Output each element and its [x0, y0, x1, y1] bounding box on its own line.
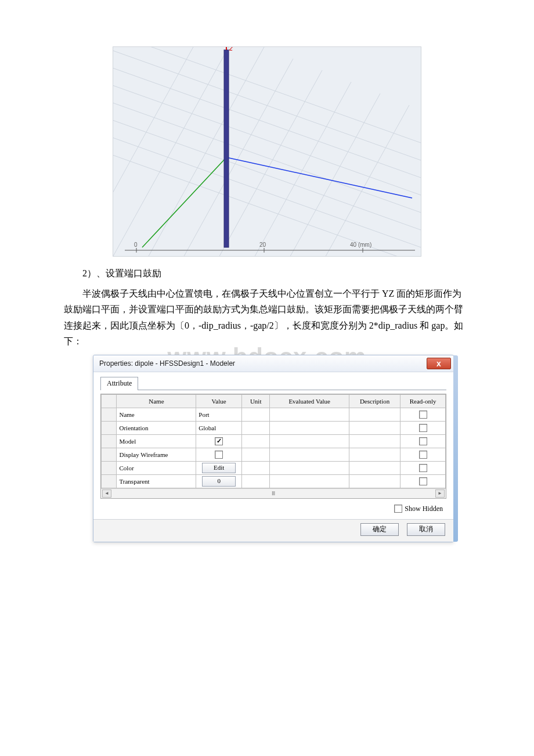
scroll-track[interactable]: Ⅲ	[113, 491, 434, 496]
col-desc[interactable]: Description	[349, 394, 400, 408]
cell-value[interactable]: 0	[196, 474, 242, 488]
svg-line-0	[113, 73, 421, 195]
readonly-checkbox[interactable]	[419, 477, 427, 485]
viewport-svg: 0 20 40 (mm) z	[113, 47, 421, 256]
scroll-right-icon[interactable]: ►	[435, 489, 445, 498]
svg-line-12	[229, 82, 351, 256]
dialog-right-edge	[453, 355, 458, 542]
cell-name[interactable]: Display Wireframe	[117, 448, 196, 461]
axis-z-label: z	[229, 47, 233, 52]
svg-line-4	[113, 143, 421, 256]
cell-empty[interactable]	[270, 474, 349, 488]
value-button[interactable]: 0	[202, 476, 236, 487]
svg-line-13	[258, 93, 380, 256]
col-unit[interactable]: Unit	[241, 394, 269, 408]
grid-hscroll[interactable]: ◄ Ⅲ ►	[101, 488, 446, 498]
value-button[interactable]: Edit	[202, 463, 236, 473]
table-row[interactable]: Display Wireframe	[102, 448, 446, 461]
cell-name[interactable]: Transparent	[117, 474, 196, 488]
properties-dialog: Properties: dipole - HFSSDesign1 - Model…	[93, 355, 454, 542]
table-row[interactable]: OrientationGlobal	[102, 421, 446, 434]
cell-empty[interactable]	[349, 448, 400, 461]
cell-empty[interactable]	[241, 421, 269, 434]
table-row[interactable]: NamePort	[102, 408, 446, 421]
cell-empty[interactable]	[349, 474, 400, 488]
cell-empty[interactable]	[270, 461, 349, 474]
col-value[interactable]: Value	[196, 394, 242, 408]
cell-readonly[interactable]	[400, 474, 446, 488]
cell-empty[interactable]	[349, 421, 400, 434]
cell-empty[interactable]	[349, 461, 400, 474]
cell-name[interactable]: Name	[117, 408, 196, 421]
cell-empty[interactable]	[241, 448, 269, 461]
cell-value[interactable]: Port	[196, 408, 242, 421]
cell-readonly[interactable]	[400, 448, 446, 461]
readonly-checkbox[interactable]	[419, 451, 427, 459]
table-row[interactable]: Transparent0	[102, 474, 446, 488]
ok-button[interactable]: 确定	[360, 523, 399, 536]
cell-empty[interactable]	[270, 434, 349, 448]
checkbox-icon[interactable]	[215, 437, 223, 445]
row-header	[102, 408, 117, 421]
readonly-checkbox[interactable]	[419, 437, 427, 445]
checkbox-icon[interactable]	[215, 451, 223, 459]
cell-empty[interactable]	[349, 408, 400, 421]
cell-readonly[interactable]	[400, 434, 446, 448]
col-eval[interactable]: Evaluated Value	[270, 394, 349, 408]
svg-line-10	[171, 59, 293, 256]
cell-empty[interactable]	[241, 461, 269, 474]
cell-readonly[interactable]	[400, 408, 446, 421]
row-header	[102, 448, 117, 461]
col-readonly[interactable]: Read-only	[400, 394, 446, 408]
show-hidden-label: Show Hidden	[405, 505, 443, 513]
section-number: 2）、设置端口鼓励	[64, 265, 470, 281]
cell-empty[interactable]	[349, 434, 400, 448]
grid-corner	[102, 394, 117, 408]
row-header	[102, 474, 117, 488]
cell-name[interactable]: Model	[117, 434, 196, 448]
cell-value[interactable]: Edit	[196, 461, 242, 474]
svg-line-5	[113, 56, 421, 178]
cell-readonly[interactable]	[400, 421, 446, 434]
close-button[interactable]: x	[427, 358, 451, 369]
cell-empty[interactable]	[241, 408, 269, 421]
row-header	[102, 434, 117, 448]
cancel-button[interactable]: 取消	[407, 523, 445, 536]
svg-line-9	[142, 47, 264, 256]
readonly-checkbox[interactable]	[419, 411, 427, 419]
svg-line-7	[113, 47, 421, 143]
cell-value[interactable]	[196, 448, 242, 461]
cell-empty[interactable]	[270, 408, 349, 421]
cell-empty[interactable]	[241, 474, 269, 488]
close-icon: x	[436, 359, 441, 368]
dialog-title: Properties: dipole - HFSSDesign1 - Model…	[99, 359, 235, 368]
ruler-20: 20	[259, 242, 266, 248]
readonly-checkbox[interactable]	[419, 464, 427, 472]
cell-readonly[interactable]	[400, 461, 446, 474]
cell-empty[interactable]	[270, 448, 349, 461]
ruler-0: 0	[134, 242, 138, 248]
dialog-buttons: 确定 取消	[93, 519, 453, 542]
cell-value[interactable]	[196, 434, 242, 448]
scroll-left-icon[interactable]: ◄	[102, 489, 111, 498]
table-row[interactable]: ColorEdit	[102, 461, 446, 474]
cell-empty[interactable]	[270, 421, 349, 434]
col-name[interactable]: Name	[117, 394, 196, 408]
cell-name[interactable]: Orientation	[117, 421, 196, 434]
dialog-titlebar[interactable]: Properties: dipole - HFSSDesign1 - Model…	[93, 355, 453, 372]
tab-strip: Attribute	[100, 376, 446, 390]
cell-value[interactable]: Global	[196, 421, 242, 434]
grid-header-row: Name Value Unit Evaluated Value Descript…	[102, 394, 446, 408]
cell-name[interactable]: Color	[117, 461, 196, 474]
show-hidden-checkbox[interactable]	[394, 505, 402, 513]
attribute-grid[interactable]: Name Value Unit Evaluated Value Descript…	[100, 394, 446, 499]
svg-line-14	[287, 105, 409, 256]
show-hidden-row[interactable]: Show Hidden	[394, 505, 443, 513]
table-row[interactable]: Model	[102, 434, 446, 448]
tab-attribute[interactable]: Attribute	[100, 377, 138, 390]
readonly-checkbox[interactable]	[419, 424, 427, 432]
svg-line-15	[113, 47, 206, 244]
ruler-40: 40 (mm)	[350, 242, 371, 248]
cell-empty[interactable]	[241, 434, 269, 448]
svg-line-11	[200, 70, 322, 256]
